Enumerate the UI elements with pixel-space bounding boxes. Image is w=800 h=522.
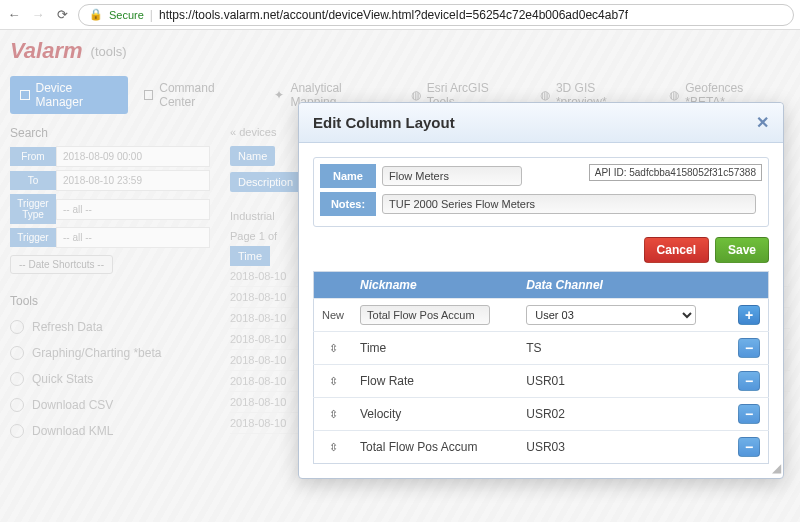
download-icon [10,398,24,412]
sidebar: Search From2018-08-09 00:00 To2018-08-10… [10,126,210,444]
modal-title: Edit Column Layout [313,114,455,131]
bg-desc-label: Description [230,172,301,192]
add-column-button[interactable]: + [738,305,760,325]
channel-cell: USR03 [518,431,730,464]
remove-column-button[interactable]: − [738,437,760,457]
browser-chrome: ← → ⟳ 🔒 Secure | https://tools.valarm.ne… [0,0,800,30]
nickname-cell: Time [352,332,518,365]
nickname-cell: Velocity [352,398,518,431]
edit-column-layout-modal: Edit Column Layout ✕ API ID: 5adfcbba415… [298,102,784,479]
new-nickname-input[interactable] [360,305,490,325]
name-label: Name [320,164,376,188]
th-action [730,272,769,299]
close-icon[interactable]: ✕ [756,113,769,132]
tool-graphing[interactable]: Graphing/Charting *beta [10,340,210,366]
search-heading: Search [10,126,210,140]
tool-refresh[interactable]: Refresh Data [10,314,210,340]
bg-name-label: Name [230,146,275,166]
address-bar[interactable]: 🔒 Secure | https://tools.valarm.net/acco… [78,4,794,26]
resize-handle-icon[interactable]: ◢ [769,464,781,476]
trigger-type-value[interactable]: -- all -- [56,199,210,220]
column-layout-table: Nickname Data Channel New User 03 + [313,271,769,464]
new-row: New User 03 + [314,299,769,332]
download-icon [10,424,24,438]
monitor-icon [144,90,154,100]
notes-label: Notes: [320,192,376,216]
reload-icon[interactable]: ⟳ [54,7,70,22]
new-channel-select[interactable]: User 03 [526,305,696,325]
to-label: To [10,171,56,190]
target-icon: ✦ [274,88,284,102]
name-input[interactable] [382,166,522,186]
nickname-cell: Total Flow Pos Accum [352,431,518,464]
remove-column-button[interactable]: − [738,371,760,391]
nav-command-center[interactable]: Command Center [134,76,259,114]
cancel-button[interactable]: Cancel [644,237,709,263]
lock-icon: 🔒 [89,8,103,21]
stats-icon [10,372,24,386]
modal-header: Edit Column Layout ✕ [299,103,783,143]
notes-input[interactable] [382,194,756,214]
tool-download-kml[interactable]: Download KML [10,418,210,444]
date-shortcuts-button[interactable]: -- Date Shortcuts -- [10,255,113,274]
brand-logo: Valarm [10,38,83,64]
globe-icon: ◍ [540,88,550,102]
forward-icon[interactable]: → [30,7,46,22]
drag-handle-icon[interactable]: ⇳ [314,398,353,431]
bg-industrial-label: Industrial [230,210,275,222]
drag-handle-icon[interactable]: ⇳ [314,332,353,365]
drag-handle-icon[interactable]: ⇳ [314,365,353,398]
secure-label: Secure [109,9,144,21]
trigger-value[interactable]: -- all -- [56,227,210,248]
save-button[interactable]: Save [715,237,769,263]
url-text: https://tools.valarm.net/account/deviceV… [159,8,628,22]
from-value[interactable]: 2018-08-09 00:00 [56,146,210,167]
api-id-badge: API ID: 5adfcbba4158052f31c57388 [589,164,762,181]
column-row: ⇳ Time TS − [314,332,769,365]
channel-cell: USR02 [518,398,730,431]
chart-icon [10,346,24,360]
tools-heading: Tools [10,294,210,308]
device-icon [20,90,30,100]
channel-cell: USR01 [518,365,730,398]
column-row: ⇳ Velocity USR02 − [314,398,769,431]
new-label: New [322,309,344,321]
th-handle [314,272,353,299]
device-info-box: API ID: 5adfcbba4158052f31c57388 Name No… [313,157,769,227]
brand-bar: Valarm (tools) [0,30,800,72]
nickname-cell: Flow Rate [352,365,518,398]
bg-time-header: Time [230,246,270,266]
from-label: From [10,147,56,166]
nav-device-manager[interactable]: Device Manager [10,76,128,114]
refresh-icon [10,320,24,334]
th-nickname: Nickname [352,272,518,299]
brand-context: (tools) [91,44,127,59]
remove-column-button[interactable]: − [738,338,760,358]
globe-icon: ◍ [411,88,421,102]
column-row: ⇳ Total Flow Pos Accum USR03 − [314,431,769,464]
tool-quick-stats[interactable]: Quick Stats [10,366,210,392]
th-channel: Data Channel [518,272,730,299]
back-icon[interactable]: ← [6,7,22,22]
modal-button-row: Cancel Save [313,237,769,263]
remove-column-button[interactable]: − [738,404,760,424]
trigger-type-label: Trigger Type [10,194,56,224]
column-row: ⇳ Flow Rate USR01 − [314,365,769,398]
drag-handle-icon[interactable]: ⇳ [314,431,353,464]
trigger-label: Trigger [10,228,56,247]
to-value[interactable]: 2018-08-10 23:59 [56,170,210,191]
channel-cell: TS [518,332,730,365]
tool-download-csv[interactable]: Download CSV [10,392,210,418]
devices-back-link[interactable]: « devices [230,126,276,138]
globe-icon: ◍ [669,88,679,102]
